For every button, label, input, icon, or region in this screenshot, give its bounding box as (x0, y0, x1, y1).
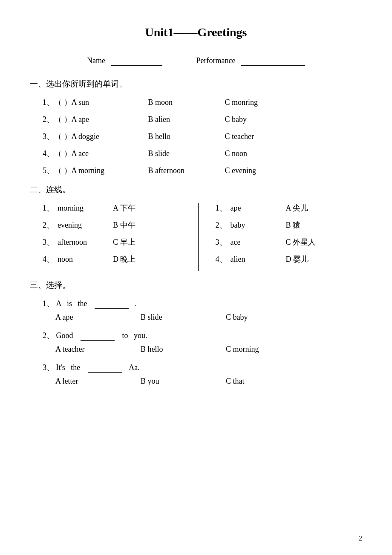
q5-c: C evening (225, 166, 302, 175)
q3-num: 3、（ ） (43, 131, 72, 142)
choice-q1-b: B slide (141, 313, 226, 322)
choice-q2-content: Good to you. (56, 331, 147, 340)
lx-right-1: 1、 ape A 尖儿 (216, 203, 363, 213)
section1-title: 一、选出你所听到的单词。 (30, 78, 362, 90)
lx-right-2-word: baby (231, 221, 286, 230)
name-field: Name (87, 56, 162, 66)
lx-left-4-ans: D 晚上 (113, 254, 136, 264)
q2-options: A ape B alien C baby (72, 115, 363, 124)
q2-row: 2、（ ） A ape B alien C baby (43, 114, 362, 124)
lx-right-3-word: ace (231, 238, 286, 247)
choice-q3-text: 3、 It's the Aa. (43, 362, 362, 373)
lx-right-4-num: 4、 (216, 254, 231, 264)
q4-b: B slide (148, 149, 225, 158)
lx-right-2-num: 2、 (216, 220, 231, 230)
choice-q3-options: A letter B you C that (43, 377, 362, 386)
lx-left-2-word: evening (58, 221, 113, 230)
lx-left-4: 4、 noon D 晚上 (43, 254, 190, 264)
choice-q2-b: B hello (141, 345, 226, 354)
q5-num: 5、（ ） (43, 165, 72, 176)
q1-c: C monring (225, 98, 302, 107)
q2-c: C baby (225, 115, 302, 124)
choice-q3-a: A letter (55, 377, 141, 386)
q3-c: C teacher (225, 132, 302, 141)
choice-q2-num: 2、 (43, 331, 54, 340)
q2-num: 2、（ ） (43, 114, 72, 124)
lx-left-2-num: 2、 (43, 220, 58, 230)
section1: 一、选出你所听到的单词。 1、（ ） A sun B moon C monrin… (30, 78, 362, 176)
choice-q2-a: A teacher (55, 345, 141, 354)
page-title: Unit1——Greetings (30, 26, 362, 39)
section2: 二、连线。 1、 morning A 下午 2、 evening B 中午 3、… (30, 184, 362, 271)
lianxian-container: 1、 morning A 下午 2、 evening B 中午 3、 after… (43, 203, 362, 271)
lx-right-3-ans: C 外星人 (286, 237, 316, 247)
q1-a: A sun (72, 98, 148, 107)
choice-q1-a: A ape (55, 313, 141, 322)
q3-b: B hello (148, 132, 225, 141)
q4-num: 4、（ ） (43, 148, 72, 159)
q1-num: 1、（ ） (43, 97, 72, 107)
lx-left-4-word: noon (58, 255, 113, 264)
q5-b: B afternoon (148, 166, 225, 175)
lx-left-3-word: afternoon (58, 238, 113, 247)
section1-questions: 1、（ ） A sun B moon C monring 2、（ ） A ape… (30, 97, 362, 176)
choice-q1-options: A ape B slide C baby (43, 313, 362, 322)
choice-q1: 1、 A is the . A ape B slide C baby (30, 298, 362, 322)
q1-row: 1、（ ） A sun B moon C monring (43, 97, 362, 107)
choice-q1-content: A is the . (56, 299, 136, 308)
choice-q2-options: A teacher B hello C morning (43, 345, 362, 354)
lx-left-2: 2、 evening B 中午 (43, 220, 190, 230)
lx-left-1-word: morning (58, 204, 113, 213)
q4-row: 4、（ ） A ace B slide C noon (43, 148, 362, 159)
lx-left-4-num: 4、 (43, 254, 58, 264)
q5-options: A morning B afternoon C evening (72, 166, 363, 175)
choice-q3-content: It's the Aa. (56, 363, 140, 372)
lx-left-2-ans: B 中午 (113, 220, 135, 230)
choice-q2-text: 2、 Good to you. (43, 330, 362, 341)
lx-right-3-num: 3、 (216, 237, 231, 247)
section3: 三、选择。 1、 A is the . A ape B slide C baby… (30, 280, 362, 386)
lx-left-3-ans: C 早上 (113, 237, 135, 247)
q5-row: 5、（ ） A morning B afternoon C evening (43, 165, 362, 176)
q2-b: B alien (148, 115, 225, 124)
choice-q2-c: C morning (226, 345, 311, 354)
lx-right-2: 2、 baby B 猿 (216, 220, 363, 230)
lianxian-right: 1、 ape A 尖儿 2、 baby B 猿 3、 ace C 外星人 4、 … (199, 203, 363, 271)
performance-field: Performance (196, 56, 305, 66)
choice-q2: 2、 Good to you. A teacher B hello C morn… (30, 330, 362, 354)
choice-q3-b: B you (141, 377, 226, 386)
choice-q3-num: 3、 (43, 363, 54, 372)
page-number: 2 (359, 535, 362, 542)
lx-right-1-num: 1、 (216, 203, 231, 213)
q1-options: A sun B moon C monring (72, 98, 363, 107)
lianxian-left: 1、 morning A 下午 2、 evening B 中午 3、 after… (43, 203, 199, 271)
lx-right-3: 3、 ace C 外星人 (216, 237, 363, 247)
lx-right-1-word: ape (231, 204, 286, 213)
lx-right-4: 4、 alien D 婴儿 (216, 254, 363, 264)
lx-right-2-ans: B 猿 (286, 220, 301, 230)
lx-left-3: 3、 afternoon C 早上 (43, 237, 190, 247)
q4-options: A ace B slide C noon (72, 149, 363, 158)
q3-a: A doggie (72, 132, 148, 141)
q4-a: A ace (72, 149, 148, 158)
q3-options: A doggie B hello C teacher (72, 132, 363, 141)
q4-c: C noon (225, 149, 302, 158)
choice-q1-c: C baby (226, 313, 311, 322)
lx-left-3-num: 3、 (43, 237, 58, 247)
q2-a: A ape (72, 115, 148, 124)
q5-a: A morning (72, 166, 148, 175)
q3-row: 3、（ ） A doggie B hello C teacher (43, 131, 362, 142)
section3-title: 三、选择。 (30, 280, 362, 291)
lx-right-1-ans: A 尖儿 (286, 203, 308, 213)
lx-left-1: 1、 morning A 下午 (43, 203, 190, 213)
lx-left-1-num: 1、 (43, 203, 58, 213)
q1-b: B moon (148, 98, 225, 107)
choice-q1-text: 1、 A is the . (43, 298, 362, 309)
name-performance-row: Name Performance (30, 56, 362, 66)
lx-right-4-ans: D 婴儿 (286, 254, 309, 264)
lx-right-4-word: alien (231, 255, 286, 264)
lx-left-1-ans: A 下午 (113, 203, 135, 213)
choice-q3-c: C that (226, 377, 311, 386)
section2-title: 二、连线。 (30, 184, 362, 195)
choice-q3: 3、 It's the Aa. A letter B you C that (30, 362, 362, 386)
